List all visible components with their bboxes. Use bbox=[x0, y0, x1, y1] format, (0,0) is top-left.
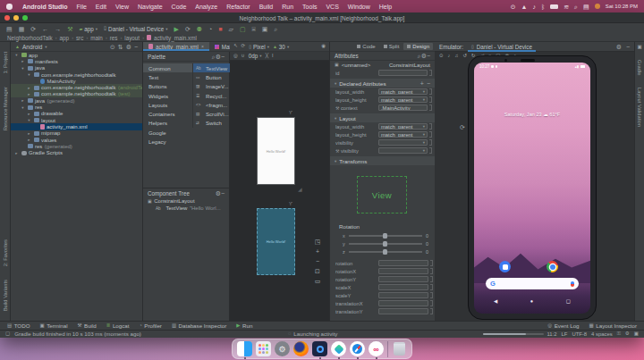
zoom-out-icon[interactable]: − bbox=[316, 258, 319, 264]
gear-icon[interactable]: ⚙ bbox=[616, 44, 622, 50]
chrome-app-icon[interactable] bbox=[547, 261, 558, 272]
scale-x-input[interactable] bbox=[378, 284, 428, 290]
palette-cat-containers[interactable]: Containers bbox=[143, 109, 192, 118]
close-tab-icon[interactable]: × bbox=[201, 45, 204, 49]
bluetooth-icon[interactable]: ᛒ bbox=[541, 4, 545, 10]
translation-x-input[interactable] bbox=[378, 300, 428, 306]
remove-attribute-icon[interactable]: − bbox=[427, 80, 430, 87]
palette-cat-common[interactable]: Common bbox=[143, 63, 192, 72]
keyboard-icon[interactable]: ▤ bbox=[583, 4, 589, 10]
tool-windows-toggle-icon[interactable]: ▢ bbox=[5, 331, 10, 337]
menu-window[interactable]: Window bbox=[343, 4, 375, 10]
errors-panel-icon[interactable]: ◉ bbox=[321, 44, 326, 49]
tool-favorites[interactable]: 2: Favorites bbox=[3, 239, 8, 266]
tool-project[interactable]: 1: Project bbox=[3, 52, 8, 74]
scale-y-input[interactable] bbox=[378, 292, 428, 298]
menu-code[interactable]: Code bbox=[167, 4, 191, 10]
crumb-app[interactable]: app bbox=[60, 35, 70, 41]
menu-navigate[interactable]: Navigate bbox=[133, 4, 167, 10]
crumb-src[interactable]: src bbox=[76, 35, 83, 41]
phone-date-widget[interactable]: Saturday, Jan 23 ☁ 61°F bbox=[474, 112, 590, 117]
layout-height-select-2[interactable]: match_parent▾ bbox=[378, 131, 428, 138]
layout-section[interactable]: ▾Layout bbox=[330, 113, 435, 122]
default-margin-selector[interactable]: 0dp▾ bbox=[249, 53, 262, 59]
zoom-in-icon[interactable]: + bbox=[316, 248, 319, 255]
line-separator[interactable]: LF bbox=[562, 331, 568, 337]
translation-y-input[interactable] bbox=[378, 308, 428, 314]
stop-icon[interactable]: ■ bbox=[218, 26, 222, 32]
palette-comp-fragment[interactable]: <><fragm... bbox=[193, 100, 230, 109]
run-button[interactable]: ▶ bbox=[174, 26, 179, 32]
tree-item-package-test[interactable]: ▸com.example.neighborhoodtalk(test) bbox=[11, 91, 142, 97]
nav-overview-icon[interactable]: ▢ bbox=[566, 298, 571, 304]
tool-build-variants[interactable]: Build Variants bbox=[3, 280, 8, 311]
phone-screen[interactable]: 10:27 ▴ ▮ Saturday, Jan 23 ☁ 61°F bbox=[474, 63, 590, 314]
menu-view[interactable]: View bbox=[111, 4, 133, 10]
id-input[interactable] bbox=[378, 70, 428, 76]
zoom-actual-icon[interactable]: ▭ bbox=[315, 278, 321, 284]
dock-system-preferences-icon[interactable]: ⚙ bbox=[275, 341, 290, 356]
component-constraintlayout[interactable]: ▣ ConstraintLayout bbox=[143, 197, 229, 205]
tool-todo[interactable]: ▤TODO bbox=[7, 322, 30, 329]
file-encoding[interactable]: UTF-8 bbox=[572, 331, 587, 337]
avd-icon[interactable]: ▢ bbox=[240, 26, 246, 32]
lock-icon[interactable]: ⚿ bbox=[617, 331, 621, 337]
crumb-res[interactable]: res bbox=[110, 35, 118, 41]
rotation-y-slider[interactable]: y 0 bbox=[343, 240, 428, 247]
dock-safari-icon[interactable] bbox=[350, 341, 365, 356]
palette-cat-helpers[interactable]: Helpers bbox=[143, 119, 192, 128]
menu-help[interactable]: Help bbox=[375, 4, 396, 10]
mode-split[interactable]: Split bbox=[380, 43, 403, 50]
window-titlebar[interactable]: Neighborhood Talk – activity_main.xml [N… bbox=[0, 13, 644, 23]
transform-view-preview[interactable]: View bbox=[357, 176, 407, 213]
layout-inspector-icon[interactable]: ▣ bbox=[262, 26, 268, 32]
layout-width-select-2[interactable]: match_parent▾ bbox=[378, 123, 428, 130]
tree-item-package-androidtest[interactable]: ▸com.example.neighborhoodtalk(androidTes… bbox=[11, 84, 142, 90]
palette-cat-layouts[interactable]: Layouts bbox=[143, 100, 192, 109]
rotation-input[interactable] bbox=[378, 260, 428, 266]
tree-item-mainactivity[interactable]: MainActivity bbox=[11, 78, 142, 84]
context-input[interactable]: .MainActivity bbox=[378, 105, 428, 111]
resize-handle-icon[interactable]: ◢ bbox=[298, 186, 302, 192]
dock-trash-icon[interactable] bbox=[394, 342, 405, 356]
google-search-bar[interactable]: G bbox=[486, 278, 579, 289]
tool-database-inspector[interactable]: ▥Database Inspector bbox=[172, 322, 226, 329]
indent-setting[interactable]: 4 spaces bbox=[591, 331, 613, 337]
collapse-icon[interactable]: ⇅ bbox=[118, 44, 123, 50]
spotlight-icon[interactable]: ⌕ bbox=[574, 4, 578, 10]
palette-comp-imageview[interactable]: ▨ImageV... bbox=[193, 82, 230, 91]
layout-width-select[interactable]: match_parent▾ bbox=[378, 88, 428, 95]
rotation-z-slider[interactable]: z 0 bbox=[343, 248, 428, 255]
menu-app-name[interactable]: Android Studio bbox=[18, 4, 72, 10]
rotation-x-slider[interactable]: x 0 bbox=[343, 232, 428, 239]
tree-item-res[interactable]: ▾res bbox=[11, 104, 142, 110]
locate-icon[interactable]: ⊙ bbox=[110, 44, 115, 50]
sync-icon[interactable]: ⟳ bbox=[30, 26, 36, 32]
run-config-selector[interactable]: ▰ app▾ bbox=[79, 26, 97, 32]
messages-app-icon[interactable] bbox=[499, 261, 511, 272]
refresh-layout-icon[interactable]: ⟳ bbox=[242, 44, 246, 49]
rotate-handle-icon[interactable]: ⟳ bbox=[460, 124, 465, 131]
tree-item-package[interactable]: ▾com.example.neighborhoodtalk bbox=[11, 71, 142, 78]
tree-item-manifests[interactable]: ▸manifests bbox=[11, 58, 142, 64]
tree-item-drawable[interactable]: ▸drawable bbox=[11, 111, 142, 117]
tree-item-java[interactable]: ▾java bbox=[11, 65, 142, 71]
project-panel-header[interactable]: ▲ Android▾ ⊙ ⇅ ⚙ − bbox=[11, 42, 142, 52]
dock-launchpad-icon[interactable] bbox=[256, 341, 271, 356]
mode-code[interactable]: Code bbox=[353, 43, 378, 50]
device-manager-icon[interactable]: ▱ bbox=[229, 26, 233, 32]
menu-run[interactable]: Run bbox=[277, 4, 298, 10]
dock-finder-icon[interactable] bbox=[237, 341, 252, 356]
crumb-layout[interactable]: layout bbox=[124, 35, 140, 41]
dock-infinity-app-icon[interactable]: ∞ bbox=[369, 341, 384, 356]
device-selector[interactable]: ▯ Daniel - Virtual Device▾ bbox=[104, 26, 167, 32]
infer-constraints-icon[interactable]: I bbox=[272, 54, 274, 59]
palette-cat-widgets[interactable]: Widgets bbox=[143, 91, 192, 100]
tool-terminal[interactable]: ▣Terminal bbox=[39, 322, 67, 329]
palette-comp-button[interactable]: ▭Button bbox=[193, 72, 230, 81]
preview-device-selector[interactable]: ▯ Pixel▾ bbox=[249, 44, 269, 50]
menu-file[interactable]: File bbox=[72, 4, 91, 10]
tool-gradle[interactable]: Gradle bbox=[637, 60, 642, 75]
component-textview[interactable]: Ab TextView "Hello Worl... bbox=[143, 205, 229, 212]
menu-refactor[interactable]: Refactor bbox=[222, 4, 254, 10]
